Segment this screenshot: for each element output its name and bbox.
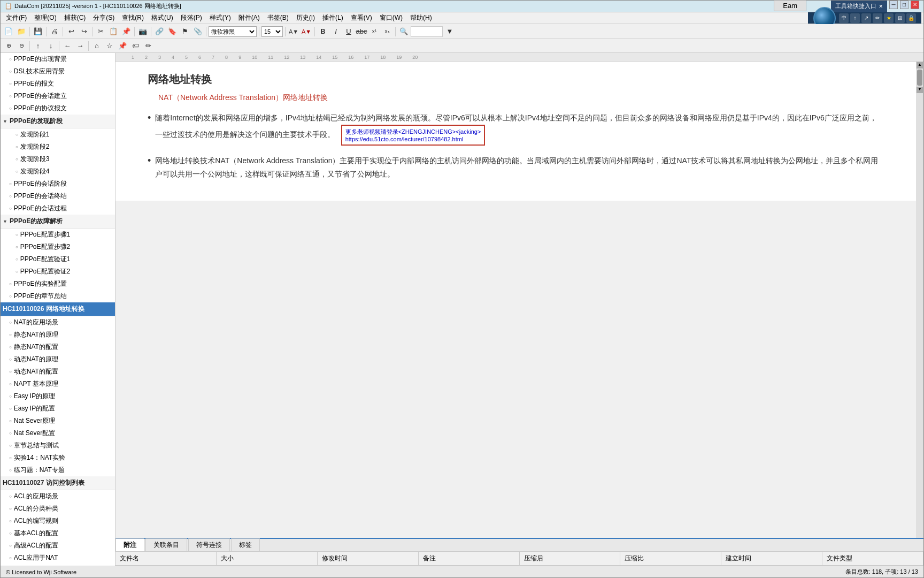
flag-btn[interactable]: ⚑ bbox=[179, 26, 191, 37]
t2-edit-btn[interactable]: ✏ bbox=[142, 40, 154, 52]
sidebar-item[interactable]: ○NAPT 基本原理 bbox=[1, 378, 115, 390]
sidebar-item[interactable]: HC110110026 网络地址转换 bbox=[1, 302, 115, 316]
vertical-scrollbar[interactable]: ▲ ▼ bbox=[916, 62, 923, 538]
t2-btn2[interactable]: ⊖ bbox=[16, 40, 27, 52]
fontcolor-btn[interactable]: A▼ bbox=[301, 26, 312, 37]
zoom-btn[interactable]: 🔍 bbox=[398, 26, 410, 37]
sidebar-item[interactable]: ○Easy IP的配置 bbox=[1, 402, 115, 415]
sidebar-item[interactable]: ○PPPoE的出现背景 bbox=[1, 53, 115, 65]
toolbar-icon-zh[interactable]: 中 bbox=[839, 13, 849, 23]
bottom-tab[interactable]: 关联条目 bbox=[145, 538, 187, 551]
menu-paragraph[interactable]: 段落(P) bbox=[178, 12, 205, 24]
attach-btn[interactable]: 📎 bbox=[192, 26, 204, 37]
highlight-btn[interactable]: A▼ bbox=[288, 26, 299, 37]
link-btn[interactable]: 🔗 bbox=[153, 26, 165, 37]
sidebar-item[interactable]: ○DSL技术应用背景 bbox=[1, 65, 115, 78]
sidebar-item[interactable]: ○PPPoE的协议报文 bbox=[1, 102, 115, 115]
toolbar-icon-a1[interactable]: ↑ bbox=[850, 13, 860, 23]
bottom-tab[interactable]: 符号连接 bbox=[188, 538, 230, 551]
bold-btn[interactable]: B bbox=[317, 26, 329, 37]
subscript-btn[interactable]: x₁ bbox=[381, 26, 393, 37]
paste-btn[interactable]: 📌 bbox=[120, 26, 132, 37]
sidebar-item[interactable]: ○PPPoE的会话过程 bbox=[1, 202, 115, 215]
sidebar-item[interactable]: ○发现阶段4 bbox=[1, 165, 115, 178]
menu-organize[interactable]: 整理(O) bbox=[31, 12, 59, 24]
sidebar-item[interactable]: ○ACL的分类种类 bbox=[1, 503, 115, 515]
sidebar-item[interactable]: ▼PPPoE的发现阶段 bbox=[1, 115, 115, 128]
quick-access-close[interactable]: × bbox=[879, 2, 883, 10]
sidebar-item[interactable]: ○PPPoE的报文 bbox=[1, 78, 115, 90]
font-family-select[interactable]: 微软雅黑 bbox=[209, 26, 257, 37]
zoom-input[interactable] bbox=[411, 26, 443, 37]
sidebar-item[interactable]: ○高级ACL的配置 bbox=[1, 539, 115, 552]
redo-btn[interactable]: ↪ bbox=[78, 26, 90, 37]
sidebar-item[interactable]: ○PPPoE的章节总结 bbox=[1, 290, 115, 302]
sidebar-item[interactable]: ○PPPoE的实验配置 bbox=[1, 278, 115, 290]
sidebar-item[interactable]: ○Easy IP的原理 bbox=[1, 390, 115, 402]
strikethrough-btn[interactable]: abc bbox=[356, 26, 367, 37]
sidebar-item[interactable]: ○ACL的编写规则 bbox=[1, 515, 115, 527]
sidebar-item[interactable]: ○Nat Sever原理 bbox=[1, 415, 115, 427]
sidebar-item[interactable]: ○章节总结与测试 bbox=[1, 439, 115, 452]
sidebar-item[interactable]: ○动态NAT的原理 bbox=[1, 353, 115, 366]
t2-back-btn[interactable]: ← bbox=[61, 40, 73, 52]
document-scroll[interactable]: 网络地址转换 NAT（Network Address Translation）网… bbox=[116, 62, 916, 538]
menu-bookmark[interactable]: 书签(B) bbox=[264, 12, 292, 24]
t2-btn1[interactable]: ⊕ bbox=[3, 40, 14, 52]
menu-history[interactable]: 历史(I) bbox=[293, 12, 318, 24]
undo-btn[interactable]: ↩ bbox=[65, 26, 77, 37]
minimize-btn[interactable]: ─ bbox=[889, 1, 898, 9]
bottom-tab[interactable]: 附注 bbox=[116, 538, 144, 551]
sidebar-item[interactable]: ○PPPoE配置验证2 bbox=[1, 265, 115, 278]
t2-star-btn[interactable]: ☆ bbox=[104, 40, 116, 52]
sidebar-item[interactable]: ○练习题：NAT专题 bbox=[1, 464, 115, 476]
font-size-select[interactable]: 15 bbox=[261, 26, 283, 37]
t2-tag-btn[interactable]: 🏷 bbox=[129, 40, 141, 52]
toolbar-icon-pencil[interactable]: ✏ bbox=[873, 13, 882, 23]
sidebar-item[interactable]: ○ACL应用于NAT bbox=[1, 552, 115, 564]
menu-format[interactable]: 格式(U) bbox=[148, 12, 176, 24]
sidebar-item[interactable]: ○静态NAT的配置 bbox=[1, 341, 115, 353]
sidebar-item[interactable]: ○PPPoE配置步骤2 bbox=[1, 241, 115, 253]
maximize-btn[interactable]: □ bbox=[900, 1, 908, 9]
menu-help[interactable]: 帮助(H) bbox=[407, 12, 435, 24]
sidebar-item[interactable]: ○静态NAT的原理 bbox=[1, 329, 115, 341]
menu-window[interactable]: 窗口(W) bbox=[376, 12, 406, 24]
sidebar-item[interactable]: ○发现阶段2 bbox=[1, 141, 115, 153]
sidebar-item[interactable]: ○PPPoE配置验证1 bbox=[1, 253, 115, 265]
menu-plugin[interactable]: 插件(L) bbox=[319, 12, 346, 24]
underline-btn[interactable]: U bbox=[343, 26, 355, 37]
save-btn[interactable]: 💾 bbox=[32, 26, 44, 37]
t2-fwd-btn[interactable]: → bbox=[74, 40, 86, 52]
sidebar-item[interactable]: ○动态NAT的配置 bbox=[1, 366, 115, 378]
toolbar-icon-a2[interactable]: ↗ bbox=[861, 13, 871, 23]
toolbar-icon-grid[interactable]: ⊞ bbox=[895, 13, 905, 23]
toolbar-icon-star[interactable]: ★ bbox=[884, 13, 894, 23]
sidebar-item[interactable]: ○基本ACL的配置 bbox=[1, 527, 115, 539]
copy-btn[interactable]: 📋 bbox=[107, 26, 119, 37]
sidebar-item[interactable]: ○PPPoE的会话建立 bbox=[1, 90, 115, 102]
t2-home-btn[interactable]: ⌂ bbox=[91, 40, 103, 52]
sidebar-item[interactable]: ○PPPoE的会话阶段 bbox=[1, 178, 115, 190]
bottom-tab[interactable]: 标签 bbox=[231, 538, 260, 551]
new-btn[interactable]: 📄 bbox=[3, 26, 14, 37]
close-btn[interactable]: ✕ bbox=[911, 1, 919, 9]
italic-btn[interactable]: I bbox=[330, 26, 342, 37]
sidebar-item[interactable]: ▼PPPoE的故障解析 bbox=[1, 215, 115, 229]
menu-file[interactable]: 文件(F) bbox=[3, 12, 30, 24]
sidebar-item[interactable]: ○PPPoE的会话终结 bbox=[1, 190, 115, 202]
superscript-btn[interactable]: x¹ bbox=[368, 26, 380, 37]
menu-view[interactable]: 查看(V) bbox=[348, 12, 375, 24]
menu-attachment[interactable]: 附件(A) bbox=[235, 12, 263, 24]
toolbar-icon-lock[interactable]: 🔒 bbox=[906, 13, 916, 23]
open-btn[interactable]: 📁 bbox=[16, 26, 27, 37]
menu-capture[interactable]: 捕获(C) bbox=[61, 12, 89, 24]
sidebar-item[interactable]: ○发现阶段3 bbox=[1, 153, 115, 165]
t2-down-btn[interactable]: ↓ bbox=[45, 40, 57, 52]
cut-btn[interactable]: ✂ bbox=[95, 26, 106, 37]
t2-up-btn[interactable]: ↑ bbox=[32, 40, 44, 52]
menu-share[interactable]: 分享(S) bbox=[90, 12, 118, 24]
eam-tab[interactable]: Eam bbox=[774, 0, 806, 11]
menu-find[interactable]: 查找(R) bbox=[119, 12, 147, 24]
print-btn[interactable]: 🖨 bbox=[49, 26, 60, 37]
